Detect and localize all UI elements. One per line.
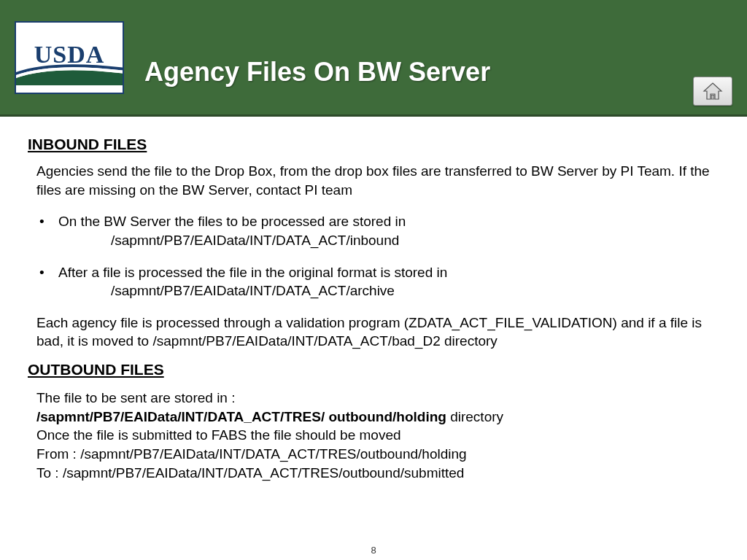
outbound-line: The file to be sent are stored in : — [36, 389, 719, 408]
slide-title: Agency Files On BW Server — [144, 57, 490, 88]
bullet-icon: • — [36, 212, 58, 249]
inbound-bullets: • On the BW Server the files to be proce… — [36, 212, 719, 300]
bullet-path: /sapmnt/PB7/EAIData/INT/DATA_ACT/archive — [58, 281, 719, 300]
outbound-heading: OUTBOUND FILES — [28, 361, 719, 378]
inbound-heading: INBOUND FILES — [28, 136, 719, 153]
outbound-body: The file to be sent are stored in : /sap… — [36, 389, 719, 482]
slide-header: USDA Agency Files On BW Server — [0, 0, 747, 117]
slide-content: INBOUND FILES Agencies send the file to … — [0, 117, 747, 489]
bullet-item: • After a file is processed the file in … — [36, 263, 719, 300]
bullet-item: • On the BW Server the files to be proce… — [36, 212, 719, 249]
outbound-line: To : /sapmnt/PB7/EAIData/INT/DATA_ACT/TR… — [36, 464, 719, 483]
inbound-intro: Agencies send the file to the Drop Box, … — [36, 162, 719, 199]
inbound-validation: Each agency file is processed through a … — [36, 314, 719, 351]
bullet-path: /sapmnt/PB7/EAIData/INT/DATA_ACT/inbound — [58, 231, 719, 250]
bullet-text: After a file is processed the file in th… — [58, 265, 447, 280]
bullet-icon: • — [36, 263, 58, 300]
home-button[interactable] — [693, 77, 732, 106]
usda-logo: USDA — [15, 21, 124, 94]
bullet-text: On the BW Server the files to be process… — [58, 214, 406, 229]
outbound-line: /sapmnt/PB7/EAIData/INT/DATA_ACT/TRES/ o… — [36, 408, 719, 427]
outbound-line: Once the file is submitted to FABS the f… — [36, 426, 719, 445]
outbound-path-bold: /sapmnt/PB7/EAIData/INT/DATA_ACT/TRES/ o… — [36, 409, 446, 424]
home-icon — [703, 82, 723, 101]
svg-rect-0 — [711, 96, 714, 100]
outbound-line: From : /sapmnt/PB7/EAIData/INT/DATA_ACT/… — [36, 445, 719, 464]
usda-logo-swoosh-icon — [16, 58, 124, 85]
outbound-rest: directory — [446, 409, 503, 424]
page-number: 8 — [0, 545, 747, 556]
